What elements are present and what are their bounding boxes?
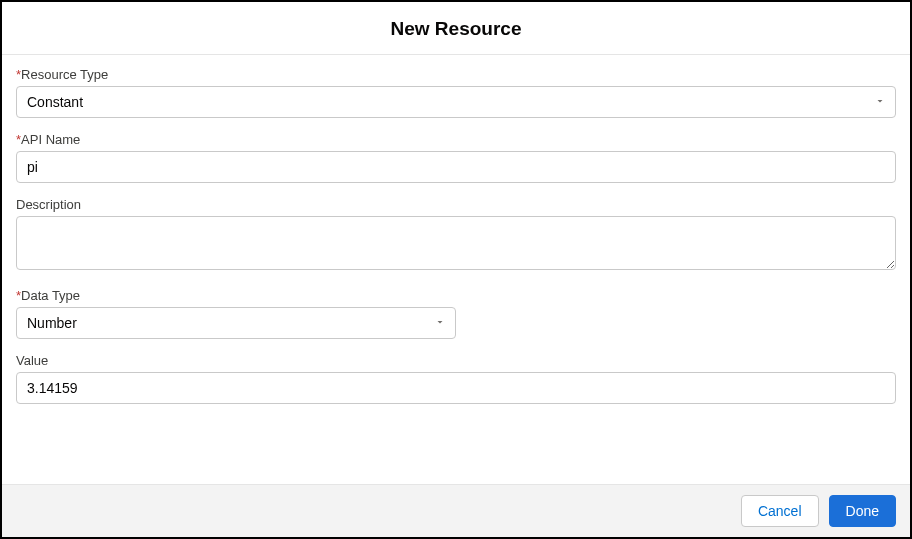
description-textarea[interactable] (16, 216, 896, 270)
data-type-label: *Data Type (16, 288, 896, 303)
form-body: *Resource Type Constant *API Name Descri… (2, 55, 910, 484)
dialog-header: New Resource (2, 2, 910, 55)
dialog-footer: Cancel Done (2, 484, 910, 537)
field-resource-type: *Resource Type Constant (16, 67, 896, 118)
done-button[interactable]: Done (829, 495, 896, 527)
data-type-select[interactable]: Number (16, 307, 456, 339)
field-value: Value (16, 353, 896, 404)
api-name-label: *API Name (16, 132, 896, 147)
resource-type-select-wrap: Constant (16, 86, 896, 118)
value-label: Value (16, 353, 896, 368)
dialog-title: New Resource (2, 18, 910, 40)
resource-type-select[interactable]: Constant (16, 86, 896, 118)
field-data-type: *Data Type Number (16, 288, 896, 339)
api-name-input[interactable] (16, 151, 896, 183)
field-description: Description (16, 197, 896, 274)
value-input[interactable] (16, 372, 896, 404)
field-api-name: *API Name (16, 132, 896, 183)
cancel-button[interactable]: Cancel (741, 495, 819, 527)
description-label: Description (16, 197, 896, 212)
resource-type-label: *Resource Type (16, 67, 896, 82)
data-type-select-wrap: Number (16, 307, 456, 339)
